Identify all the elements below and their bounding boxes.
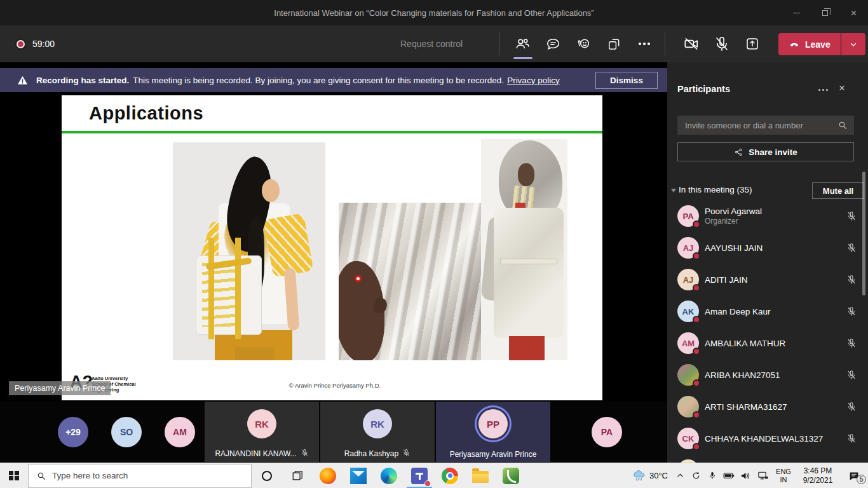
temperature-label: 30°C xyxy=(649,471,668,480)
start-button[interactable] xyxy=(0,463,28,488)
chat-button[interactable] xyxy=(540,29,566,58)
tray-battery-button[interactable] xyxy=(720,463,737,488)
participant-row[interactable]: AJ AAYUSHI JAIN xyxy=(667,232,868,264)
share-invite-button[interactable]: Share invite xyxy=(677,142,854,161)
camera-off-button[interactable] xyxy=(679,29,704,58)
video-tile[interactable]: RK RAJNANDINI KANAW... xyxy=(205,402,319,462)
task-view-button[interactable] xyxy=(282,463,313,488)
more-dots-icon xyxy=(639,43,650,45)
taskbar-search-box xyxy=(28,464,252,488)
mic-off-icon xyxy=(714,36,730,52)
mic-off-icon[interactable] xyxy=(846,433,857,444)
mic-off-icon[interactable] xyxy=(846,402,857,412)
participant-name: ARIBA KHAN27051 xyxy=(705,370,846,380)
firefox-icon xyxy=(320,468,336,484)
avatar: CK xyxy=(677,428,699,449)
leave-button[interactable]: Leave xyxy=(778,33,841,55)
tray-expand-button[interactable] xyxy=(672,463,688,488)
notification-count-badge: 5 xyxy=(857,475,866,484)
avatar: AK xyxy=(677,301,699,322)
participant-row[interactable]: ARTI SHARMA31627 xyxy=(667,391,868,423)
coreldraw-button[interactable] xyxy=(496,463,526,488)
participant-row[interactable]: AK Aman Deep Kaur xyxy=(667,295,868,327)
chrome-button[interactable] xyxy=(435,463,465,488)
request-control-button[interactable]: Request control xyxy=(400,25,463,62)
red-pants xyxy=(509,336,545,360)
panel-more-button[interactable] xyxy=(818,89,828,91)
video-tile[interactable]: RK Radha Kashyap xyxy=(320,402,435,462)
close-button[interactable]: × xyxy=(839,0,868,25)
participant-row[interactable]: ARIBA KHAN27051 xyxy=(667,359,868,391)
overflow-avatar[interactable]: AM xyxy=(165,417,195,447)
collapse-caret-icon[interactable] xyxy=(671,189,676,193)
slide-title: Applications xyxy=(89,103,203,124)
participant-row[interactable]: AJ ADITI JAIN xyxy=(667,264,868,295)
share-screen-button[interactable] xyxy=(740,29,765,58)
mic-off-icon[interactable] xyxy=(846,243,857,253)
banner-message: This meeting is being recorded. By joini… xyxy=(133,76,504,85)
avatar: AJ xyxy=(677,237,699,259)
participant-text: ARTI SHARMA31627 xyxy=(705,402,846,412)
privacy-policy-link[interactable]: Privacy policy xyxy=(507,76,560,85)
participant-row[interactable]: AM AMBALIKA MATHUR xyxy=(667,327,868,359)
edge-button[interactable] xyxy=(374,463,404,488)
date-label: 9/2/2021 xyxy=(803,476,833,485)
presenter-name-tag: Periyasamy Aravin Prince xyxy=(9,381,111,395)
overflow-avatar[interactable]: SO xyxy=(111,417,142,447)
invite-search-input[interactable] xyxy=(677,121,837,130)
participant-row[interactable] xyxy=(667,454,868,463)
file-explorer-button[interactable] xyxy=(465,463,496,488)
mic-off-icon[interactable] xyxy=(846,338,857,348)
status-busy-dot xyxy=(693,348,700,355)
toolbar-divider xyxy=(499,32,500,55)
presentation-stage: Applications xyxy=(0,62,667,402)
participant-row[interactable]: PA Poorvi Agarwal Organizer xyxy=(667,200,868,232)
dismiss-button[interactable]: Dismiss xyxy=(595,72,658,89)
language-indicator[interactable]: ENG IN xyxy=(771,463,796,488)
tray-volume-button[interactable] xyxy=(737,463,754,488)
overflow-avatar[interactable]: +29 xyxy=(58,417,88,447)
tray-network-button[interactable] xyxy=(754,463,771,488)
panel-close-button[interactable]: × xyxy=(839,82,845,95)
trailing-avatar-slot: PA xyxy=(592,417,622,447)
clock[interactable]: 3:46 PM 9/2/2021 xyxy=(796,463,840,488)
more-options-button[interactable] xyxy=(632,29,657,58)
mic-off-icon[interactable] xyxy=(846,370,857,380)
firefox-button[interactable] xyxy=(313,463,343,488)
panel-scrollbar[interactable] xyxy=(862,172,865,295)
avatar xyxy=(677,396,699,417)
rain-cloud-icon xyxy=(632,470,646,482)
mic-off-icon[interactable] xyxy=(846,211,857,221)
teams-button[interactable] xyxy=(404,463,435,488)
tray-update-button[interactable] xyxy=(688,463,704,488)
avatar-initials: AJ xyxy=(683,243,694,253)
minimize-button[interactable] xyxy=(782,0,811,25)
taskbar-search-input[interactable] xyxy=(52,464,251,487)
leave-options-button[interactable] xyxy=(841,33,865,55)
cortana-button[interactable] xyxy=(252,463,282,488)
status-busy-dot xyxy=(693,443,700,451)
bag-strap xyxy=(235,238,241,339)
breakout-rooms-button[interactable] xyxy=(601,29,627,58)
mic-off-icon[interactable] xyxy=(846,274,857,285)
participant-row[interactable]: CK CHHAYA KHANDELWAL31327 xyxy=(667,423,868,454)
task-view-icon xyxy=(292,470,303,482)
participant-list: PA Poorvi Agarwal Organizer AJ AAYUSHI J… xyxy=(667,200,868,463)
video-tile[interactable]: PP Periyasamy Aravin Prince xyxy=(436,402,550,462)
overflow-avatar[interactable]: PA xyxy=(592,417,622,447)
mute-all-button[interactable]: Mute all xyxy=(812,182,864,199)
mustard-pants-shadow xyxy=(235,347,275,360)
tray-mic-button[interactable] xyxy=(704,463,720,488)
tile-participant-name: Radha Kashyap xyxy=(344,449,398,458)
reactions-button[interactable] xyxy=(571,29,596,58)
action-center-button[interactable]: 5 xyxy=(840,463,868,488)
weather-widget[interactable]: 30°C xyxy=(628,463,672,488)
time-label: 3:46 PM xyxy=(804,466,832,475)
restore-button[interactable] xyxy=(811,0,839,25)
mail-button[interactable] xyxy=(343,463,374,488)
participants-toggle-button[interactable] xyxy=(510,29,535,58)
photo-model-backpack xyxy=(173,142,325,360)
mic-off-icon[interactable] xyxy=(846,306,857,316)
mic-off-button[interactable] xyxy=(709,29,735,58)
panel-title: Participants xyxy=(677,84,730,94)
